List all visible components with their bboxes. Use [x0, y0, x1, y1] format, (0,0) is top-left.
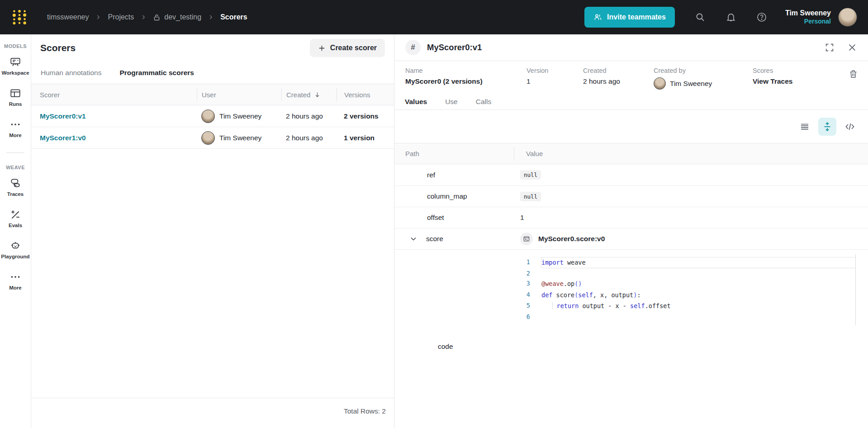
- scorers-tabs: Human annotations Programmatic scorers: [31, 62, 394, 84]
- evals-icon: [9, 209, 21, 220]
- trash-icon[interactable]: [849, 69, 858, 79]
- runs-table-icon: [9, 87, 21, 99]
- sidebar-item-evals[interactable]: Evals: [9, 209, 22, 228]
- scorer-detail-panel: # MyScorer0:v1 Name MyScorer0 (2 version…: [394, 34, 868, 428]
- avatar: [654, 77, 666, 90]
- scores-label: Scores: [753, 67, 792, 74]
- chevron-down-icon[interactable]: [409, 234, 418, 243]
- version-label: Version: [526, 67, 583, 74]
- breadcrumb-page: Scorers: [220, 13, 247, 21]
- expanded-view-button[interactable]: [818, 118, 836, 136]
- code-editor[interactable]: 1import weave23@weave.op()4def score(sel…: [514, 254, 856, 325]
- version-value: 1: [526, 77, 583, 86]
- null-value-badge: null: [520, 170, 541, 180]
- created-label: Created: [583, 67, 654, 74]
- column-header-created[interactable]: Created: [281, 88, 337, 101]
- navbar-actions: Invite teammates Tim Sweeney Personal: [584, 7, 857, 28]
- chevron-right-icon: [95, 14, 101, 20]
- table-row[interactable]: MyScorer1:v0 Tim Sweeney 2 hours ago 1 v…: [31, 127, 394, 149]
- value-view-toolbar: [394, 110, 868, 143]
- fullscreen-icon[interactable]: [825, 43, 835, 52]
- op-terminal-icon: [523, 235, 530, 243]
- created-by-value: Tim Sweeney: [654, 77, 753, 90]
- column-header-path: Path: [394, 150, 514, 157]
- sidebar-section-weave: WEAVE: [6, 165, 25, 170]
- name-value: MyScorer0 (2 versions): [405, 77, 526, 86]
- app: timssweeney Projects dev_testing Scorers: [0, 0, 868, 428]
- null-value-badge: null: [520, 192, 541, 201]
- nested-path-code: code: [438, 342, 453, 351]
- sidebar-item-traces[interactable]: Traces: [7, 177, 24, 197]
- chevron-right-icon: [208, 14, 214, 20]
- left-sidebar: MODELS Workspace Runs More WEAVE: [0, 34, 31, 428]
- total-rows-label: Total Rows: 2: [31, 398, 394, 428]
- close-icon[interactable]: [847, 43, 857, 52]
- detail-metadata: Name MyScorer0 (2 versions) Version 1 Cr…: [394, 61, 868, 94]
- people-icon: [593, 13, 602, 22]
- help-icon[interactable]: [756, 12, 767, 23]
- tab-human-annotations[interactable]: Human annotations: [41, 69, 101, 77]
- score-code-row: 1import weave23@weave.op()4def score(sel…: [394, 249, 868, 363]
- invite-teammates-button[interactable]: Invite teammates: [584, 7, 675, 28]
- top-navbar: timssweeney Projects dev_testing Scorers: [0, 0, 868, 34]
- tab-values[interactable]: Values: [405, 98, 427, 106]
- view-traces-link[interactable]: View Traces: [753, 77, 792, 86]
- ellipsis-icon: [9, 119, 21, 130]
- column-header-value: Value: [514, 147, 868, 161]
- op-badge: [520, 233, 533, 245]
- detail-title: MyScorer0:v1: [427, 43, 482, 52]
- sidebar-item-more-models[interactable]: More: [9, 119, 21, 138]
- user-name: Tim Sweeney: [785, 9, 831, 18]
- bell-icon[interactable]: [726, 12, 736, 23]
- tab-use[interactable]: Use: [445, 98, 458, 106]
- created-by-label: Created by: [654, 67, 753, 74]
- tab-programmatic-scorers[interactable]: Programmatic scorers: [119, 69, 194, 77]
- op-ref-link[interactable]: MyScorer0.score:v0: [538, 235, 605, 243]
- ellipsis-icon: [9, 271, 21, 283]
- sidebar-item-workspace[interactable]: Workspace: [1, 56, 29, 76]
- avatar: [201, 109, 215, 123]
- breadcrumb-project[interactable]: dev_testing: [153, 13, 201, 21]
- workspace-icon: [9, 56, 21, 68]
- search-icon[interactable]: [695, 12, 706, 23]
- plus-icon: [318, 44, 326, 52]
- wandb-logo-icon[interactable]: [11, 9, 28, 26]
- sidebar-item-more-weave[interactable]: More: [9, 271, 21, 290]
- create-scorer-button[interactable]: Create scorer: [310, 39, 385, 57]
- user-avatar[interactable]: [838, 8, 857, 27]
- name-label: Name: [405, 67, 526, 74]
- value-table-header: Path Value: [394, 143, 868, 164]
- scorer-link[interactable]: MyScorer1:v0: [40, 134, 86, 142]
- avatar: [201, 131, 215, 145]
- compact-view-button[interactable]: [797, 119, 813, 135]
- table-row[interactable]: MyScorer0:v1 Tim Sweeney 2 hours ago 2 v…: [31, 105, 394, 127]
- scorer-link[interactable]: MyScorer0:v1: [40, 112, 86, 120]
- breadcrumb-account[interactable]: timssweeney: [47, 13, 89, 21]
- sort-desc-icon: [314, 91, 321, 98]
- scorers-table-header: Scorer User Created Versions: [31, 84, 394, 105]
- sidebar-item-runs[interactable]: Runs: [9, 87, 22, 107]
- created-value: 2 hours ago: [583, 77, 654, 86]
- sidebar-item-playground[interactable]: Playground: [1, 240, 29, 259]
- scorers-panel: Scorers Create scorer Human annotations …: [31, 34, 394, 428]
- column-header-user[interactable]: User: [197, 88, 281, 101]
- chevron-right-icon: [140, 14, 147, 20]
- detail-tabs: Values Use Calls: [394, 94, 868, 110]
- value-row-score: score MyScorer0.score:v0: [394, 228, 868, 249]
- column-header-scorer[interactable]: Scorer: [31, 88, 197, 101]
- sidebar-section-models: MODELS: [4, 43, 27, 49]
- sidebar-divider: [6, 152, 24, 153]
- user-scope: Personal: [785, 18, 831, 26]
- code-view-button[interactable]: [842, 119, 858, 135]
- tab-calls[interactable]: Calls: [476, 98, 491, 106]
- traces-icon: [9, 177, 21, 189]
- hash-badge-icon: #: [405, 40, 421, 55]
- column-header-versions[interactable]: Versions: [337, 88, 394, 101]
- list-lines-icon: [799, 121, 810, 132]
- breadcrumb-projects[interactable]: Projects: [108, 13, 134, 21]
- expand-vertical-icon: [822, 121, 833, 132]
- value-row-ref: ref null: [394, 164, 868, 185]
- value-row-offset: offset 1: [394, 207, 868, 228]
- robot-icon: [9, 240, 21, 252]
- user-menu[interactable]: Tim Sweeney Personal: [785, 9, 831, 26]
